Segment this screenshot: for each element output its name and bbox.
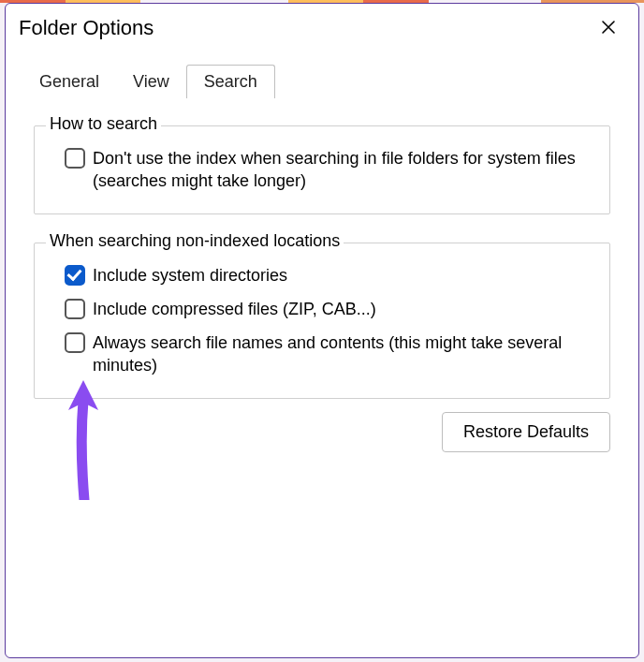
tab-view[interactable]: View	[116, 66, 186, 98]
option-always-search-contents[interactable]: Always search file names and contents (t…	[50, 326, 594, 383]
option-dont-use-index[interactable]: Don't use the index when searching in fi…	[50, 141, 594, 199]
close-icon	[601, 16, 616, 40]
group-legend-non-indexed: When searching non-indexed locations	[46, 231, 344, 251]
folder-options-dialog: Folder Options General View Search How t…	[5, 3, 639, 658]
group-how-to-search: How to search Don't use the index when s…	[34, 125, 610, 214]
tab-strip: General View Search	[6, 52, 638, 97]
checkbox-always-search-contents[interactable]	[65, 332, 85, 353]
checkbox-include-system-dirs[interactable]	[65, 265, 85, 286]
group-non-indexed: When searching non-indexed locations Inc…	[34, 243, 610, 399]
checkbox-dont-use-index[interactable]	[65, 148, 85, 169]
group-legend-how-to-search: How to search	[46, 114, 161, 134]
window-title: Folder Options	[19, 16, 154, 40]
option-label: Don't use the index when searching in fi…	[93, 147, 594, 193]
tab-general[interactable]: General	[22, 66, 116, 98]
tab-search[interactable]: Search	[186, 65, 275, 98]
titlebar: Folder Options	[6, 4, 638, 52]
checkbox-include-compressed[interactable]	[65, 299, 85, 319]
tab-content-search: How to search Don't use the index when s…	[6, 97, 638, 399]
restore-defaults-button[interactable]: Restore Defaults	[442, 412, 610, 452]
option-include-compressed[interactable]: Include compressed files (ZIP, CAB...)	[50, 292, 594, 326]
option-include-system-dirs[interactable]: Include system directories	[50, 258, 594, 292]
option-label: Always search file names and contents (t…	[93, 331, 594, 377]
close-button[interactable]	[592, 11, 625, 45]
option-label: Include compressed files (ZIP, CAB...)	[93, 298, 376, 320]
restore-row: Restore Defaults	[6, 399, 638, 452]
option-label: Include system directories	[93, 264, 287, 287]
